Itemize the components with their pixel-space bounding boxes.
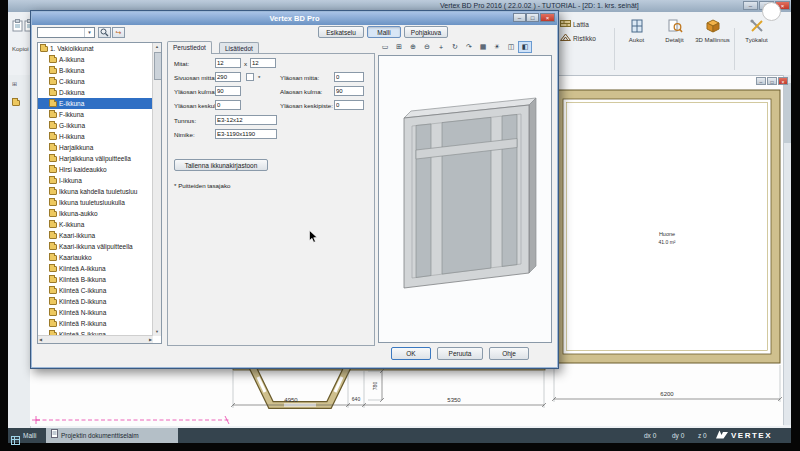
tree-item[interactable]: Harjaikkuna bbox=[38, 142, 153, 153]
search-icon bbox=[100, 28, 109, 37]
width-field[interactable] bbox=[215, 58, 241, 68]
view-minimize-button[interactable]: – bbox=[756, 77, 766, 85]
id-field[interactable] bbox=[215, 115, 277, 125]
ribbon-button-detaljit[interactable]: Detaljit bbox=[656, 16, 693, 62]
model-view-button[interactable]: Malli bbox=[367, 26, 401, 38]
tree-item[interactable]: Ikkuna tuuletusluukulla bbox=[38, 197, 153, 208]
tree-item[interactable]: A-ikkuna bbox=[38, 54, 153, 65]
tree-vertical-scrollbar[interactable]: ▲ ▼ bbox=[152, 43, 161, 336]
tree-item[interactable]: B-ikkuna bbox=[38, 65, 153, 76]
tree-horizontal-scrollbar[interactable]: ◀▶ bbox=[38, 335, 153, 343]
dialog-minimize-button[interactable]: – bbox=[513, 13, 526, 22]
folder-icon bbox=[49, 178, 57, 184]
tree-item[interactable]: Ikkuna-aukko bbox=[38, 208, 153, 219]
expand-icon[interactable]: ⊞ bbox=[12, 80, 17, 87]
coord-z: z 0 bbox=[698, 428, 707, 443]
shaded-view-icon[interactable]: ◧ bbox=[518, 41, 532, 53]
side-width-field[interactable] bbox=[215, 72, 241, 82]
canvas-scrollbar[interactable] bbox=[783, 75, 791, 425]
tab-perustiedot[interactable]: Perustiedot bbox=[167, 41, 212, 54]
tree-item[interactable]: F-ikkuna bbox=[38, 109, 153, 120]
tree-item[interactable]: D-ikkuna bbox=[38, 87, 153, 98]
tree-item[interactable]: Kiinteä A-ikkuna bbox=[38, 263, 153, 274]
model-tab-icon[interactable] bbox=[11, 431, 20, 449]
ylaosan-mitta-label: Yläosan mitta: bbox=[280, 74, 319, 81]
tree-item[interactable]: Harjaikkuna välipuitteella bbox=[38, 153, 153, 164]
window-opening-icon bbox=[629, 19, 645, 35]
top-angle-field[interactable] bbox=[215, 86, 241, 96]
folder-icon bbox=[49, 211, 57, 217]
height-field[interactable] bbox=[250, 58, 276, 68]
bottom-angle-field[interactable] bbox=[334, 86, 364, 96]
display-mode-icon[interactable]: ▦ bbox=[476, 41, 490, 53]
tree-item[interactable]: Kiinteä C-ikkuna bbox=[38, 285, 153, 296]
window-3d-preview[interactable] bbox=[378, 55, 552, 343]
plan-view-button[interactable]: Pohjakuva bbox=[404, 26, 448, 38]
up-level-button[interactable]: ↪ bbox=[112, 27, 125, 38]
zoom-out-icon[interactable]: ⊖ bbox=[420, 41, 434, 53]
tree-item[interactable]: H-ikkuna bbox=[38, 131, 153, 142]
search-input[interactable] bbox=[38, 29, 84, 36]
tree-item[interactable]: Kaari-ikkuna bbox=[38, 230, 153, 241]
window-library-tree[interactable]: 1. Vakioikkunat A-ikkuna B-ikkuna C-ikku… bbox=[37, 42, 162, 344]
tree-item[interactable]: K-ikkuna bbox=[38, 219, 153, 230]
project-tree-panel: ⊞ bbox=[8, 75, 31, 428]
side-width-checkbox[interactable] bbox=[246, 73, 254, 81]
minimize-button[interactable]: – bbox=[743, 1, 758, 10]
top-dim-field[interactable] bbox=[334, 72, 364, 82]
rotate-icon[interactable]: ↻ bbox=[448, 41, 462, 53]
orbit-icon[interactable]: ↷ bbox=[462, 41, 476, 53]
view-restore-button[interactable]: □ bbox=[767, 77, 777, 85]
top-center-angle-field[interactable] bbox=[215, 100, 241, 110]
ribbon-button-3d-mallinnus[interactable]: 3D Mallinnus bbox=[694, 16, 731, 62]
preview-button[interactable]: Esikatselu bbox=[318, 26, 364, 38]
tree-item[interactable]: Ikkuna kahdella tuuletusluu bbox=[38, 186, 153, 197]
ribbon-button-lattia[interactable]: Lattia bbox=[560, 18, 589, 30]
panes-icon[interactable]: ◫ bbox=[504, 41, 518, 53]
tree-item[interactable]: Hirsi kaideaukko bbox=[38, 164, 153, 175]
tree-item[interactable]: Kiinteä R-ikkuna bbox=[38, 318, 153, 329]
chevron-down-icon[interactable]: ▼ bbox=[84, 28, 94, 37]
room-name: Huone bbox=[659, 231, 675, 237]
tree-item[interactable]: Kiinteä B-ikkuna bbox=[38, 274, 153, 285]
dialog-maximize-button[interactable]: □ bbox=[526, 13, 539, 22]
item-name-field[interactable] bbox=[215, 129, 277, 139]
zoom-in-icon[interactable]: ⊕ bbox=[406, 41, 420, 53]
tree-root-item[interactable]: 1. Vakioikkunat bbox=[38, 43, 144, 54]
tree-item[interactable]: Kiinteä N-ikkuna bbox=[38, 307, 153, 318]
tree-item[interactable]: G-ikkuna bbox=[38, 120, 153, 131]
tree-item[interactable]: C-ikkuna bbox=[38, 76, 153, 87]
tree-item[interactable]: I-ikkuna bbox=[38, 175, 153, 186]
search-button[interactable] bbox=[98, 27, 111, 38]
ribbon-button-tyokalut[interactable]: Työkalut bbox=[738, 16, 775, 62]
search-box[interactable]: ▼ bbox=[37, 27, 95, 38]
tree-item[interactable]: Kaari-ikkuna välipuitteella bbox=[38, 241, 153, 252]
top-center-field[interactable] bbox=[334, 100, 364, 110]
folder-icon bbox=[49, 134, 57, 140]
view-close-button[interactable]: × bbox=[778, 77, 788, 85]
help-button[interactable]: Ohje bbox=[489, 347, 529, 360]
ribbon-button-aukot[interactable]: Aukot bbox=[618, 16, 655, 62]
clipboard-icon[interactable] bbox=[12, 18, 23, 36]
vertex-brand: VERTEX bbox=[716, 428, 772, 443]
tree-item[interactable]: Kaariaukko bbox=[38, 252, 153, 263]
folder-icon bbox=[49, 189, 57, 195]
dialog-close-button[interactable]: × bbox=[540, 13, 555, 22]
zoom-window-icon[interactable]: ⊞ bbox=[392, 41, 406, 53]
pan-icon[interactable]: + bbox=[434, 41, 448, 53]
ok-button[interactable]: OK bbox=[391, 347, 431, 360]
statusbar-tab-malli[interactable]: Malli bbox=[23, 428, 36, 443]
ribbon-button-ristikko[interactable]: Ristikko bbox=[560, 32, 596, 44]
save-to-library-button[interactable]: Tallenna ikkunakirjastoon bbox=[174, 159, 268, 171]
document-icon bbox=[51, 428, 58, 443]
tree-item[interactable]: Kiinteä D-ikkuna bbox=[38, 296, 153, 307]
tree-item[interactable]: E-ikkuna bbox=[38, 98, 153, 109]
folder-icon bbox=[49, 79, 57, 85]
folder-icon bbox=[49, 310, 57, 316]
room-area: 41.0 m² bbox=[659, 239, 676, 245]
light-icon[interactable]: ☀ bbox=[490, 41, 504, 53]
statusbar-tab-document-browser[interactable]: Projektin dokumenttiselaim bbox=[46, 428, 178, 443]
cancel-button[interactable]: Peruuta bbox=[437, 347, 483, 360]
select-rect-icon[interactable]: ▭ bbox=[378, 41, 392, 53]
dialog-titlebar[interactable]: Vertex BD Pro bbox=[32, 12, 557, 25]
